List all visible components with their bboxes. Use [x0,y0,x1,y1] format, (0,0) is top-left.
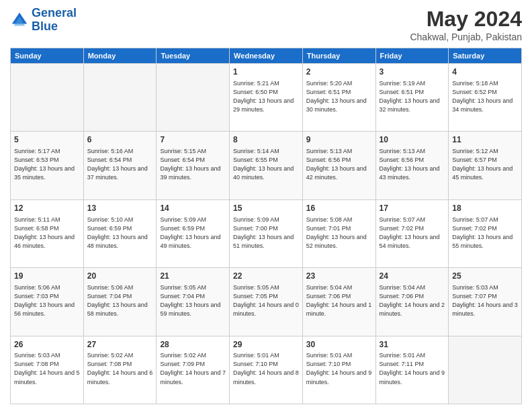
cell-day-number: 23 [306,271,372,282]
cell-day-number: 28 [160,339,226,351]
cell-info: Sunrise: 5:01 AM Sunset: 7:10 PM Dayligh… [233,351,299,386]
calendar-cell: 29Sunrise: 5:01 AM Sunset: 7:10 PM Dayli… [230,336,303,404]
cell-info: Sunrise: 5:12 AM Sunset: 6:57 PM Dayligh… [452,147,518,182]
cell-day-number: 25 [452,271,518,282]
cell-info: Sunrise: 5:02 AM Sunset: 7:08 PM Dayligh… [87,351,153,386]
cell-info: Sunrise: 5:13 AM Sunset: 6:56 PM Dayligh… [380,147,445,182]
logo: General Blue [10,7,77,34]
cell-info: Sunrise: 5:02 AM Sunset: 7:09 PM Dayligh… [160,351,226,386]
calendar-week-row: 26Sunrise: 5:03 AM Sunset: 7:08 PM Dayli… [11,336,522,404]
calendar-cell: 22Sunrise: 5:05 AM Sunset: 7:05 PM Dayli… [230,268,303,336]
header-sunday: Sunday [11,48,84,64]
logo-text: General Blue [32,7,77,34]
cell-day-number: 3 [380,66,445,78]
calendar-cell: 31Sunrise: 5:01 AM Sunset: 7:11 PM Dayli… [375,336,449,404]
calendar-cell: 3Sunrise: 5:19 AM Sunset: 6:51 PM Daylig… [375,64,449,132]
calendar-week-row: 5Sunrise: 5:17 AM Sunset: 6:53 PM Daylig… [11,132,522,199]
logo-general: General [32,6,77,19]
calendar-cell: 20Sunrise: 5:06 AM Sunset: 7:04 PM Dayli… [83,268,157,336]
cell-day-number: 7 [160,134,226,146]
cell-day-number: 5 [14,134,80,146]
cell-info: Sunrise: 5:01 AM Sunset: 7:11 PM Dayligh… [380,351,445,386]
cell-day-number: 18 [452,203,518,214]
calendar-cell: 5Sunrise: 5:17 AM Sunset: 6:53 PM Daylig… [11,132,84,199]
cell-day-number: 4 [452,66,518,78]
calendar-cell: 9Sunrise: 5:13 AM Sunset: 6:56 PM Daylig… [302,132,375,199]
calendar-cell: 21Sunrise: 5:05 AM Sunset: 7:04 PM Dayli… [157,268,230,336]
cell-info: Sunrise: 5:10 AM Sunset: 6:59 PM Dayligh… [87,216,153,250]
cell-day-number: 16 [306,203,372,214]
cell-info: Sunrise: 5:05 AM Sunset: 7:05 PM Dayligh… [233,283,299,318]
calendar-cell: 2Sunrise: 5:20 AM Sunset: 6:51 PM Daylig… [302,64,375,132]
cell-info: Sunrise: 5:20 AM Sunset: 6:51 PM Dayligh… [306,79,372,114]
calendar-body: 1Sunrise: 5:21 AM Sunset: 6:50 PM Daylig… [11,64,522,404]
cell-info: Sunrise: 5:14 AM Sunset: 6:55 PM Dayligh… [233,147,299,182]
cell-day-number: 17 [380,203,445,214]
cell-info: Sunrise: 5:16 AM Sunset: 6:54 PM Dayligh… [87,147,153,182]
page: General Blue May 2024 Chakwal, Punjab, P… [0,0,532,411]
calendar-week-row: 12Sunrise: 5:11 AM Sunset: 6:58 PM Dayli… [11,199,522,267]
cell-info: Sunrise: 5:05 AM Sunset: 7:04 PM Dayligh… [160,283,226,318]
cell-day-number: 27 [87,339,153,351]
calendar-cell [449,336,522,404]
main-title: May 2024 [410,7,522,32]
calendar-cell [83,64,157,132]
calendar-cell: 18Sunrise: 5:07 AM Sunset: 7:02 PM Dayli… [449,199,522,267]
cell-info: Sunrise: 5:03 AM Sunset: 7:07 PM Dayligh… [452,283,518,318]
cell-info: Sunrise: 5:13 AM Sunset: 6:56 PM Dayligh… [306,147,372,182]
calendar-cell: 23Sunrise: 5:04 AM Sunset: 7:06 PM Dayli… [302,268,375,336]
header-thursday: Thursday [302,48,375,64]
cell-day-number: 15 [233,203,299,214]
cell-day-number: 9 [306,134,372,146]
cell-info: Sunrise: 5:06 AM Sunset: 7:04 PM Dayligh… [87,283,153,318]
cell-day-number: 13 [87,203,153,214]
title-block: May 2024 Chakwal, Punjab, Pakistan [410,7,522,42]
subtitle: Chakwal, Punjab, Pakistan [410,32,522,42]
calendar-cell: 27Sunrise: 5:02 AM Sunset: 7:08 PM Dayli… [83,336,157,404]
logo-blue: Blue [32,20,77,34]
calendar-cell: 28Sunrise: 5:02 AM Sunset: 7:09 PM Dayli… [157,336,230,404]
cell-info: Sunrise: 5:09 AM Sunset: 7:00 PM Dayligh… [233,216,299,250]
calendar-cell: 30Sunrise: 5:01 AM Sunset: 7:10 PM Dayli… [302,336,375,404]
calendar-cell: 11Sunrise: 5:12 AM Sunset: 6:57 PM Dayli… [449,132,522,199]
calendar-cell: 14Sunrise: 5:09 AM Sunset: 6:59 PM Dayli… [157,199,230,267]
cell-day-number: 6 [87,134,153,146]
header-friday: Friday [375,48,449,64]
calendar-cell: 1Sunrise: 5:21 AM Sunset: 6:50 PM Daylig… [230,64,303,132]
header-saturday: Saturday [449,48,522,64]
calendar-cell: 25Sunrise: 5:03 AM Sunset: 7:07 PM Dayli… [449,268,522,336]
logo-icon [10,11,29,30]
cell-day-number: 26 [14,339,80,351]
cell-day-number: 14 [160,203,226,214]
cell-info: Sunrise: 5:07 AM Sunset: 7:02 PM Dayligh… [452,216,518,250]
calendar-week-row: 1Sunrise: 5:21 AM Sunset: 6:50 PM Daylig… [11,64,522,132]
cell-day-number: 12 [14,203,80,214]
calendar-cell: 24Sunrise: 5:04 AM Sunset: 7:06 PM Dayli… [375,268,449,336]
cell-info: Sunrise: 5:19 AM Sunset: 6:51 PM Dayligh… [380,79,445,114]
cell-info: Sunrise: 5:21 AM Sunset: 6:50 PM Dayligh… [233,79,299,114]
cell-day-number: 30 [306,339,372,351]
calendar-cell: 10Sunrise: 5:13 AM Sunset: 6:56 PM Dayli… [375,132,449,199]
cell-info: Sunrise: 5:15 AM Sunset: 6:54 PM Dayligh… [160,147,226,182]
header-wednesday: Wednesday [230,48,303,64]
header-monday: Monday [83,48,157,64]
cell-info: Sunrise: 5:03 AM Sunset: 7:08 PM Dayligh… [14,351,80,386]
cell-info: Sunrise: 5:11 AM Sunset: 6:58 PM Dayligh… [14,216,80,250]
cell-day-number: 31 [380,339,445,351]
cell-day-number: 1 [233,66,299,78]
cell-info: Sunrise: 5:09 AM Sunset: 6:59 PM Dayligh… [160,216,226,250]
cell-info: Sunrise: 5:18 AM Sunset: 6:52 PM Dayligh… [452,79,518,114]
cell-day-number: 20 [87,271,153,282]
calendar-cell: 13Sunrise: 5:10 AM Sunset: 6:59 PM Dayli… [83,199,157,267]
calendar-cell: 4Sunrise: 5:18 AM Sunset: 6:52 PM Daylig… [449,64,522,132]
calendar-table: SundayMondayTuesdayWednesdayThursdayFrid… [10,48,522,404]
calendar-header-row: SundayMondayTuesdayWednesdayThursdayFrid… [11,48,522,64]
calendar-cell: 7Sunrise: 5:15 AM Sunset: 6:54 PM Daylig… [157,132,230,199]
cell-day-number: 21 [160,271,226,282]
cell-day-number: 10 [380,134,445,146]
calendar-cell: 17Sunrise: 5:07 AM Sunset: 7:02 PM Dayli… [375,199,449,267]
cell-day-number: 8 [233,134,299,146]
cell-info: Sunrise: 5:06 AM Sunset: 7:03 PM Dayligh… [14,283,80,318]
calendar-cell: 8Sunrise: 5:14 AM Sunset: 6:55 PM Daylig… [230,132,303,199]
cell-day-number: 22 [233,271,299,282]
